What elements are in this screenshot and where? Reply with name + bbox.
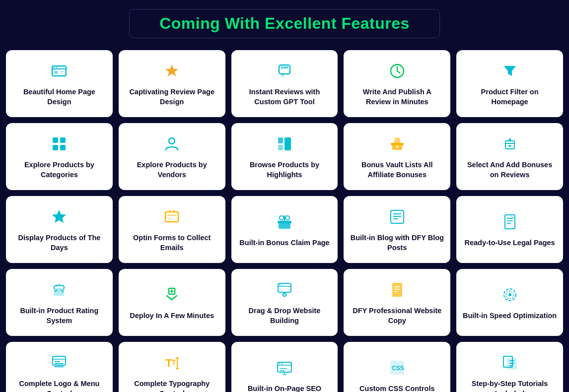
svg-rect-14 <box>53 137 58 143</box>
instant-reviews-label: Instant Reviews with Custom GPT Tool <box>237 87 332 107</box>
select-bonuses-icon <box>501 135 519 155</box>
feature-card-typography: TTComplete Typography Control <box>119 342 225 392</box>
svg-rect-17 <box>60 145 66 150</box>
feature-card-browse-highlights: Browse Products by Highlights <box>231 123 338 190</box>
feature-card-css-controls: CSSCustom CSS Controls <box>344 342 450 392</box>
svg-rect-6 <box>60 73 63 74</box>
rating-system-icon <box>50 281 68 301</box>
svg-point-35 <box>280 216 284 220</box>
svg-marker-7 <box>165 65 178 76</box>
svg-point-51 <box>279 284 280 285</box>
svg-text:T: T <box>165 357 172 369</box>
svg-text:CSS: CSS <box>392 365 404 372</box>
on-page-seo-icon <box>276 359 293 379</box>
svg-rect-34 <box>278 221 291 223</box>
css-controls-icon: CSS <box>388 359 406 379</box>
svg-point-3 <box>56 67 57 68</box>
feature-row-1: Explore Products by CategoriesExplore Pr… <box>3 120 566 193</box>
on-page-seo-label: Built-in On-Page SEO <box>248 384 321 392</box>
deploy-minutes-label: Deploy In A Few Minutes <box>130 311 214 321</box>
css-controls-label: Custom CSS Controls <box>359 384 434 392</box>
feature-card-display-products: Display Products of The Days <box>6 196 113 263</box>
explore-vendors-icon <box>163 135 181 155</box>
svg-rect-24 <box>396 145 398 148</box>
feature-card-speed-optimization: Built-in Speed Optimization <box>456 269 563 336</box>
feature-card-bonus-vault: Bonus Vault Lists All Affiliate Bonuses <box>344 123 450 190</box>
feature-card-rating-system: Built-in Product Rating System <box>6 269 113 336</box>
optin-forms-label: Optin Forms to Collect Emails <box>125 233 219 253</box>
feature-row-4: Complete Logo & Menu ControlTTComplete T… <box>3 339 566 392</box>
svg-rect-5 <box>60 71 64 72</box>
svg-point-10 <box>283 66 285 69</box>
logo-menu-label: Complete Logo & Menu Control <box>12 379 107 392</box>
write-publish-icon <box>388 62 406 82</box>
page-wrapper: Coming With Excellent Features Beautiful… <box>0 0 569 392</box>
svg-point-45 <box>56 285 58 286</box>
instant-reviews-icon <box>276 62 293 82</box>
feature-card-instant-reviews: Instant Reviews with Custom GPT Tool <box>231 50 338 117</box>
feature-card-logo-menu: Complete Logo & Menu Control <box>6 342 113 392</box>
feature-row-0: Beautiful Home Page DesignCaptivating Re… <box>3 47 566 120</box>
builtin-bonus-label: Built-in Bonus Claim Page <box>239 238 329 248</box>
logo-menu-icon <box>50 354 68 374</box>
svg-rect-30 <box>167 218 172 219</box>
svg-point-60 <box>508 293 511 296</box>
svg-rect-29 <box>167 214 176 216</box>
svg-point-2 <box>54 67 55 68</box>
svg-point-52 <box>281 284 282 285</box>
svg-rect-21 <box>278 145 283 150</box>
product-filter-label: Product Filter on Homepage <box>462 87 557 107</box>
svg-marker-13 <box>504 66 516 76</box>
page-title: Coming With Excellent Features <box>159 14 410 33</box>
feature-card-select-bonuses: Select And Add Bonuses on Reviews <box>456 123 563 190</box>
tutorials-icon <box>501 354 519 374</box>
svg-point-11 <box>285 66 288 69</box>
feature-row-3: Built-in Product Rating SystemDeploy In … <box>3 266 566 339</box>
svg-rect-20 <box>284 137 291 150</box>
display-products-label: Display Products of The Days <box>12 233 107 253</box>
svg-rect-16 <box>53 145 58 150</box>
svg-point-9 <box>281 66 283 69</box>
bonus-vault-icon <box>388 135 406 155</box>
speed-optimization-icon <box>501 286 519 306</box>
browse-highlights-icon <box>276 135 293 155</box>
feature-card-captivating-review: Captivating Review Page Design <box>119 50 225 117</box>
speed-optimization-label: Built-in Speed Optimization <box>463 311 557 321</box>
feature-card-drag-drop: Drag & Drop Website Building <box>231 269 338 336</box>
drag-drop-label: Drag & Drop Website Building <box>237 306 332 326</box>
builtin-bonus-icon <box>276 213 293 233</box>
deploy-minutes-icon <box>163 286 181 306</box>
feature-card-builtin-blog: Built-in Blog with DFY Blog Posts <box>344 196 450 263</box>
display-products-icon <box>50 208 68 228</box>
svg-text:T: T <box>172 358 176 366</box>
feature-card-write-publish: Write And Publish A Review in Minutes <box>344 50 450 117</box>
dfy-copy-icon <box>388 281 406 301</box>
header-box: Coming With Excellent Features <box>129 9 440 38</box>
svg-rect-41 <box>505 215 515 229</box>
feature-card-beautiful-home-page: Beautiful Home Page Design <box>6 50 113 117</box>
feature-card-tutorials: Step-by-Step Tutorials Included <box>456 342 563 392</box>
beautiful-home-page-icon <box>50 62 68 82</box>
svg-rect-80 <box>507 358 516 369</box>
captivating-review-icon <box>163 62 181 82</box>
tutorials-label: Step-by-Step Tutorials Included <box>462 379 557 392</box>
feature-card-deploy-minutes: Deploy In A Few Minutes <box>119 269 225 336</box>
bonus-vault-label: Bonus Vault Lists All Affiliate Bonuses <box>350 160 444 180</box>
legal-pages-label: Ready-to-Use Legal Pages <box>465 238 555 248</box>
svg-rect-19 <box>278 137 283 143</box>
builtin-blog-label: Built-in Blog with DFY Blog Posts <box>350 233 444 253</box>
svg-rect-28 <box>165 212 178 222</box>
explore-vendors-label: Explore Products by Vendors <box>125 160 219 180</box>
browse-highlights-label: Browse Products by Highlights <box>237 160 332 180</box>
builtin-blog-icon <box>388 208 406 228</box>
svg-point-36 <box>285 216 289 220</box>
typography-icon: TT <box>163 354 181 374</box>
feature-card-legal-pages: Ready-to-Use Legal Pages <box>456 196 563 263</box>
captivating-review-label: Captivating Review Page Design <box>125 87 219 107</box>
dfy-copy-label: DFY Professional Website Copy <box>350 306 444 326</box>
beautiful-home-page-label: Beautiful Home Page Design <box>12 87 107 107</box>
feature-card-explore-categories: Explore Products by Categories <box>6 123 113 190</box>
feature-card-dfy-copy: DFY Professional Website Copy <box>344 269 450 336</box>
svg-point-71 <box>279 363 280 364</box>
svg-point-72 <box>282 363 283 364</box>
